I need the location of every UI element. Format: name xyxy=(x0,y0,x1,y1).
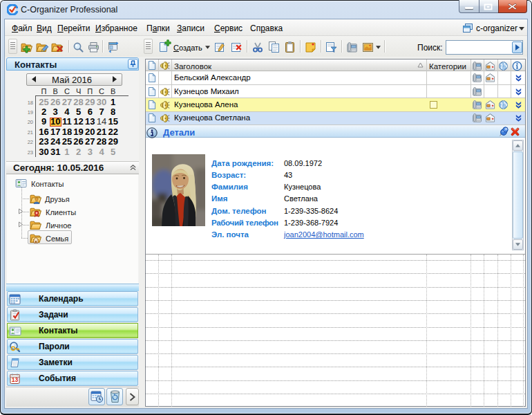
svg-text:13: 13 xyxy=(12,376,19,383)
